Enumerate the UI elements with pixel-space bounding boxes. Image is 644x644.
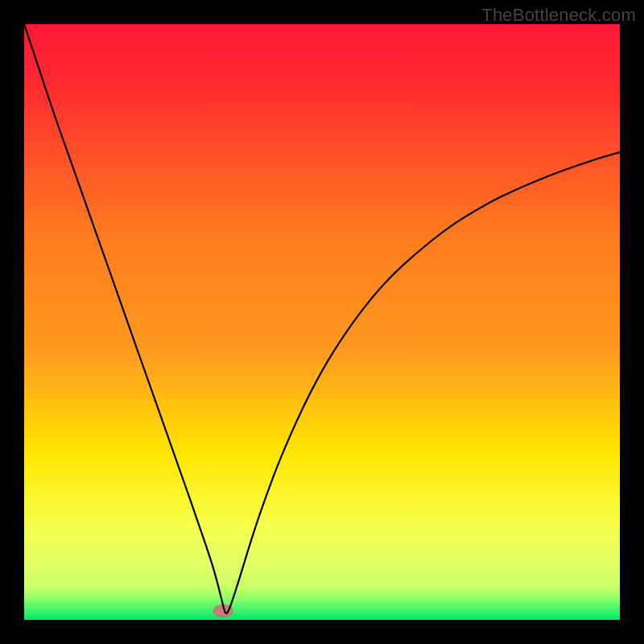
plot-gradient-background: [24, 24, 620, 620]
bottleneck-curve-chart: [0, 0, 644, 644]
chart-container: TheBottleneck.com: [0, 0, 644, 644]
watermark-text: TheBottleneck.com: [481, 5, 636, 26]
